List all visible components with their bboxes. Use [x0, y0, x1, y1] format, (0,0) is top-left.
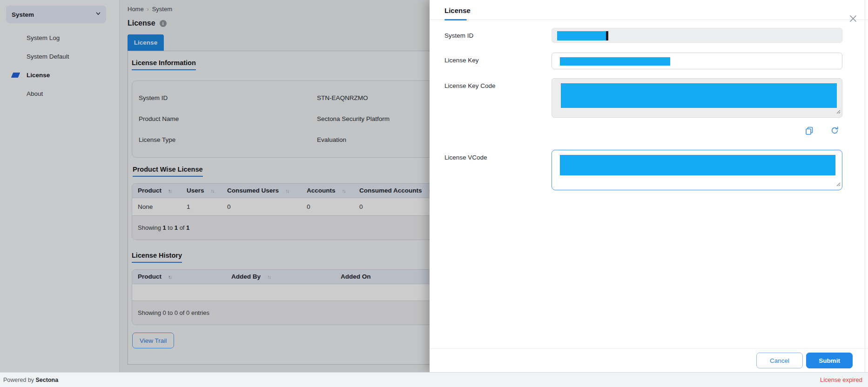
- license-key-code-input: [552, 78, 842, 118]
- close-icon[interactable]: [848, 13, 859, 24]
- license-vcode-input[interactable]: [552, 150, 842, 190]
- license-key-input[interactable]: [552, 53, 842, 69]
- field-actions-row: [444, 126, 842, 135]
- masked-value-bar: [560, 57, 670, 66]
- modal-backdrop: [0, 0, 430, 372]
- drawer-form: System IDLicense KeyLicense Key CodeLice…: [430, 20, 868, 190]
- masked-value-bar: [560, 155, 835, 175]
- field-row-license-key: License Key: [444, 53, 842, 69]
- system-id-field: [552, 28, 842, 43]
- masked-value-bar: [561, 83, 837, 108]
- license-vcode-field: [552, 150, 842, 190]
- system-id-label: System ID: [444, 28, 552, 43]
- field-row-system-id: System ID: [444, 28, 842, 43]
- field-row-license-key-code: License Key Code: [444, 78, 842, 118]
- license-expired-status: License expired: [820, 376, 862, 383]
- drawer-title-underline: [444, 19, 467, 20]
- copy-icon[interactable]: [805, 126, 814, 135]
- masked-value-bar: [557, 31, 608, 40]
- field-row-license-vcode: License VCode: [444, 150, 842, 190]
- license-key-code-field: [552, 78, 842, 118]
- submit-button[interactable]: Submit: [806, 353, 853, 368]
- app-window: System System LogSystem DefaultLicenseAb…: [0, 0, 868, 387]
- brand-name: Sectona: [35, 377, 58, 383]
- drawer-actions: Cancel Submit: [430, 348, 868, 372]
- drawer-title: License: [444, 7, 868, 14]
- license-key-field: [552, 53, 842, 69]
- resize-handle-icon[interactable]: [836, 107, 841, 116]
- footer: Powered by Sectona License expired: [0, 372, 868, 387]
- resize-handle-icon[interactable]: [836, 180, 841, 188]
- text-cursor: [606, 31, 608, 40]
- system-id-input: [552, 28, 842, 43]
- scrollbar-track[interactable]: [865, 0, 865, 372]
- powered-by-text: Powered by Sectona: [3, 377, 58, 383]
- license-drawer: License System IDLicense KeyLicense Key …: [430, 0, 868, 372]
- license-key-code-label: License Key Code: [444, 78, 552, 118]
- license-vcode-label: License VCode: [444, 150, 552, 190]
- license-key-label: License Key: [444, 53, 552, 69]
- refresh-icon[interactable]: [830, 126, 840, 135]
- cancel-button[interactable]: Cancel: [756, 353, 803, 368]
